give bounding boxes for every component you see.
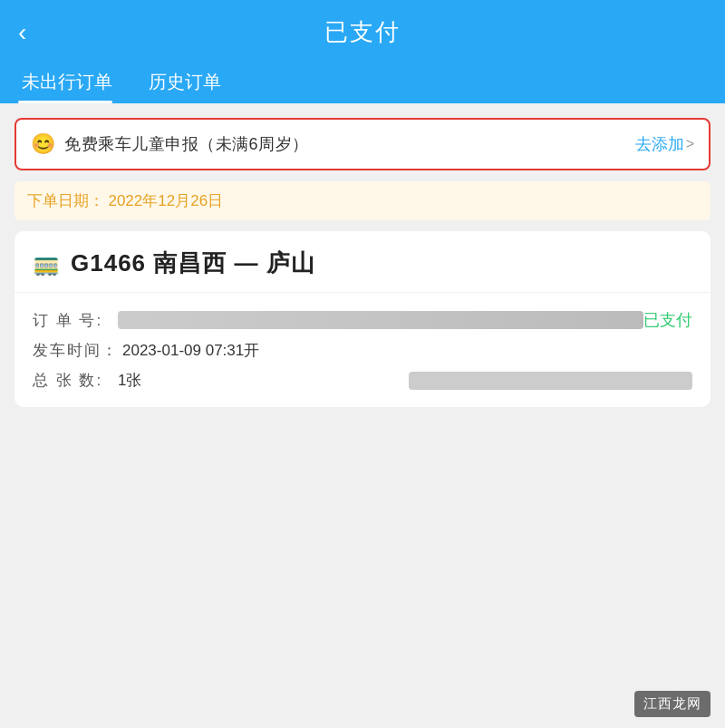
- order-date-value: 2022年12月26日: [108, 192, 223, 209]
- tickets-value: 1张: [118, 370, 401, 391]
- order-no-value: [118, 311, 643, 329]
- train-icon: 🚃: [33, 251, 60, 277]
- child-notice-text: 免费乘车儿童申报（未满6周岁）: [64, 133, 309, 155]
- tab-history-orders[interactable]: 历史订单: [145, 63, 236, 103]
- child-notice-left: 😊 免费乘车儿童申报（未满6周岁）: [31, 132, 309, 156]
- order-status-badge: 已支付: [643, 309, 692, 331]
- order-no-label: 订 单 号:: [33, 310, 114, 331]
- child-notice-banner[interactable]: 😊 免费乘车儿童申报（未满6周岁） 去添加 >: [14, 118, 710, 170]
- header-top: ‹ 已支付: [18, 16, 707, 59]
- main-content: 😊 免费乘车儿童申报（未满6周岁） 去添加 > 下单日期： 2022年12月26…: [0, 103, 725, 728]
- order-details: 订 单 号: 已支付 发车时间： 2023-01-09 07:31开 总 张 数…: [33, 306, 692, 391]
- depart-value: 2023-01-09 07:31开: [122, 340, 692, 361]
- tab-bar: 未出行订单 历史订单: [18, 59, 707, 103]
- tab-unstarted-orders[interactable]: 未出行订单: [18, 63, 127, 103]
- watermark: 江西龙网: [634, 691, 710, 717]
- ticket-name-blurred: [409, 372, 692, 390]
- chevron-right-icon: >: [686, 136, 694, 152]
- order-date-bar: 下单日期： 2022年12月26日: [14, 181, 710, 220]
- ticket-count-row: 总 张 数: 1张: [33, 370, 692, 391]
- card-divider: [14, 292, 710, 293]
- order-card-header: 🚃 G1466 南昌西 — 庐山: [33, 248, 692, 279]
- back-button[interactable]: ‹: [18, 20, 26, 45]
- order-date-label: 下单日期：: [27, 192, 104, 209]
- tickets-label: 总 张 数:: [33, 370, 114, 391]
- app-container: ‹ 已支付 未出行订单 历史订单 😊 免费乘车儿童申报（未满6周岁） 去添加 >…: [0, 0, 725, 728]
- order-card: 🚃 G1466 南昌西 — 庐山 订 单 号: 已支付: [14, 231, 710, 407]
- departure-time-row: 发车时间： 2023-01-09 07:31开: [33, 340, 692, 361]
- child-smiley-icon: 😊: [31, 132, 55, 156]
- header: ‹ 已支付 未出行订单 历史订单: [0, 0, 725, 103]
- order-number-row: 订 单 号: 已支付: [33, 309, 692, 331]
- depart-label: 发车时间：: [33, 340, 119, 361]
- train-route: G1466 南昌西 — 庐山: [71, 248, 315, 279]
- add-child-label: 去添加: [635, 133, 684, 155]
- page-title: 已支付: [324, 16, 401, 48]
- child-notice-action[interactable]: 去添加 >: [635, 133, 694, 155]
